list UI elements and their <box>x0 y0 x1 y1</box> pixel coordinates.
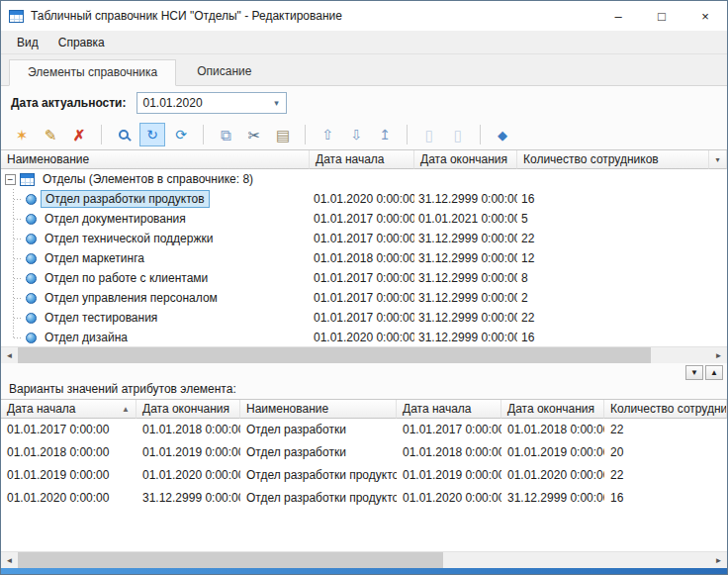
department-name: Отдел дизайна <box>41 328 132 346</box>
menu-help[interactable]: Справка <box>48 33 115 52</box>
variant-row[interactable]: 01.01.2018 0:00:00 01.01.2019 0:00:00 От… <box>1 441 727 464</box>
hscroll-thumb[interactable] <box>18 552 443 568</box>
scrollbar-track[interactable] <box>18 552 710 568</box>
tree-row[interactable]: Отдел технической поддержки 01.01.2017 0… <box>1 229 727 248</box>
column-filter-dropdown[interactable]: ▾ <box>709 150 727 169</box>
end-date: 31.12.2999 0:00:00 <box>414 268 517 288</box>
start-date: 01.01.2017 0:00:00 <box>310 229 414 248</box>
directory-icon <box>20 173 35 186</box>
directory-tree-grid: Наименование Дата начала Дата окончания … <box>1 149 727 346</box>
column-header-name[interactable]: Наименование <box>1 150 310 169</box>
export-button[interactable]: ▯ <box>416 123 442 146</box>
tree-row[interactable]: Отдел управления персоналом 01.01.2017 0… <box>1 288 727 308</box>
department-name: Отдел технической поддержки <box>41 229 217 248</box>
start-date: 01.01.2020 0:00:00 <box>310 189 414 209</box>
column-header-employee-count[interactable]: Количество сотрудни <box>604 400 727 419</box>
department-icon <box>26 194 37 205</box>
chevron-down-icon[interactable]: ▾ <box>268 98 286 108</box>
close-button[interactable]: × <box>683 1 727 31</box>
paste-button[interactable]: ▤ <box>270 123 296 146</box>
column-header-start-date[interactable]: Дата начала <box>310 150 414 169</box>
column-header-employee-count[interactable]: Количество сотрудников <box>517 150 709 169</box>
actual-records-toggle-button[interactable]: ↻ <box>139 123 165 146</box>
import-button[interactable]: ▯ <box>445 123 471 146</box>
collapse-panel-button[interactable]: ▼ <box>685 365 703 380</box>
variant-row[interactable]: 01.01.2019 0:00:00 01.01.2020 0:00:00 От… <box>1 464 727 487</box>
column-header-start-date-2[interactable]: Дата начала <box>397 400 501 419</box>
clear-button[interactable]: ◆ <box>490 123 515 146</box>
minimize-button[interactable]: – <box>596 1 640 31</box>
hscroll-thumb[interactable] <box>18 347 651 363</box>
copy-button[interactable]: ⧉ <box>213 123 238 146</box>
cut-button[interactable]: ✂ <box>241 123 267 146</box>
end-date: 31.12.2999 0:00:00 <box>136 487 240 510</box>
tree-root-row[interactable]: − Отделы (Элементов в справочнике: 8) <box>1 169 727 189</box>
start-date: 01.01.2020 0:00:00 <box>310 328 414 346</box>
start-date: 01.01.2018 0:00:00 <box>310 248 414 268</box>
search-button[interactable] <box>111 123 136 146</box>
start-date: 01.01.2020 0:00:00 <box>1 487 136 510</box>
tree-row[interactable]: Отдел дизайна 01.01.2020 0:00:00 31.12.2… <box>1 328 727 346</box>
scroll-right-icon[interactable]: ► <box>710 552 727 568</box>
bottom-accent-bar <box>1 568 727 574</box>
maximize-button[interactable]: □ <box>640 1 683 31</box>
tree-guide <box>5 229 22 248</box>
tree-guide <box>5 189 22 209</box>
variant-name: Отдел разработки продуктов <box>240 487 397 510</box>
tree-row[interactable]: Отдел по работе с клиентами 01.01.2017 0… <box>1 268 727 288</box>
title-bar: Табличный справочник НСИ "Отделы" - Реда… <box>1 1 727 31</box>
tab-strip: Элементы справочника Описание <box>1 54 727 86</box>
menu-bar: Вид Справка <box>1 31 727 54</box>
tree-horizontal-scrollbar[interactable]: ◄ ► <box>1 346 727 363</box>
move-top-button[interactable]: ↥ <box>372 123 398 146</box>
scrollbar-track[interactable] <box>18 347 710 363</box>
start-date: 01.01.2019 0:00:00 <box>1 464 136 487</box>
add-record-button[interactable]: ✶ <box>9 123 35 146</box>
delete-record-button[interactable]: ✗ <box>66 123 92 146</box>
employee-count: 22 <box>517 229 709 248</box>
end-date: 01.01.2020 0:00:00 <box>136 464 240 487</box>
tree-guide <box>5 308 22 328</box>
menu-view[interactable]: Вид <box>7 33 48 52</box>
column-header-end-date-2[interactable]: Дата окончания <box>501 400 604 419</box>
start-date: 01.01.2017 0:00:00 <box>310 268 414 288</box>
scroll-left-icon[interactable]: ◄ <box>1 552 18 568</box>
collapse-expander-icon[interactable]: − <box>5 174 16 185</box>
department-icon <box>26 273 37 284</box>
tree-row[interactable]: Отдел маркетинга 01.01.2018 0:00:00 31.1… <box>1 248 727 268</box>
expand-panel-button[interactable]: ▲ <box>705 365 723 380</box>
variant-row[interactable]: 01.01.2020 0:00:00 31.12.2999 0:00:00 От… <box>1 487 727 510</box>
actuality-date-combobox[interactable]: 01.01.2020 ▾ <box>136 92 287 114</box>
empty-area <box>1 510 727 551</box>
column-header-start-date[interactable]: Дата начала▲ <box>1 400 136 419</box>
tree-row[interactable]: Отдел документирования 01.01.2017 0:00:0… <box>1 209 727 229</box>
tab-description[interactable]: Описание <box>178 58 270 85</box>
end-date: 01.01.2018 0:00:00 <box>136 419 240 441</box>
employee-count: 12 <box>517 248 709 268</box>
tree-row[interactable]: Отдел разработки продуктов 01.01.2020 0:… <box>1 189 727 209</box>
employee-count: 20 <box>604 441 727 464</box>
variants-horizontal-scrollbar[interactable]: ◄ ► <box>1 551 727 568</box>
scroll-right-icon[interactable]: ► <box>710 347 727 363</box>
toolbar-separator <box>101 125 102 144</box>
start-date: 01.01.2017 0:00:00 <box>310 308 414 328</box>
toolbar-separator <box>203 125 204 144</box>
end-date-2: 01.01.2019 0:00:00 <box>501 441 604 464</box>
scroll-left-icon[interactable]: ◄ <box>1 347 18 363</box>
move-down-button[interactable]: ⇩ <box>343 123 369 146</box>
refresh-button[interactable]: ⟳ <box>168 123 194 146</box>
tab-elements[interactable]: Элементы справочника <box>9 59 176 86</box>
employee-count: 16 <box>604 487 727 510</box>
end-date: 31.12.2999 0:00:00 <box>414 248 517 268</box>
edit-record-button[interactable]: ✎ <box>38 123 63 146</box>
move-up-button[interactable]: ⇧ <box>315 123 340 146</box>
actuality-date-row: Дата актуальности: 01.01.2020 ▾ <box>1 86 727 120</box>
column-header-name[interactable]: Наименование <box>240 400 397 419</box>
department-name: Отдел документирования <box>41 209 190 229</box>
variant-row[interactable]: 01.01.2017 0:00:00 01.01.2018 0:00:00 От… <box>1 419 727 441</box>
column-header-end-date[interactable]: Дата окончания <box>136 400 240 419</box>
employee-count: 22 <box>517 308 709 328</box>
tree-row[interactable]: Отдел тестирования 01.01.2017 0:00:00 31… <box>1 308 727 328</box>
employee-count: 8 <box>517 268 709 288</box>
column-header-end-date[interactable]: Дата окончания <box>414 150 517 169</box>
